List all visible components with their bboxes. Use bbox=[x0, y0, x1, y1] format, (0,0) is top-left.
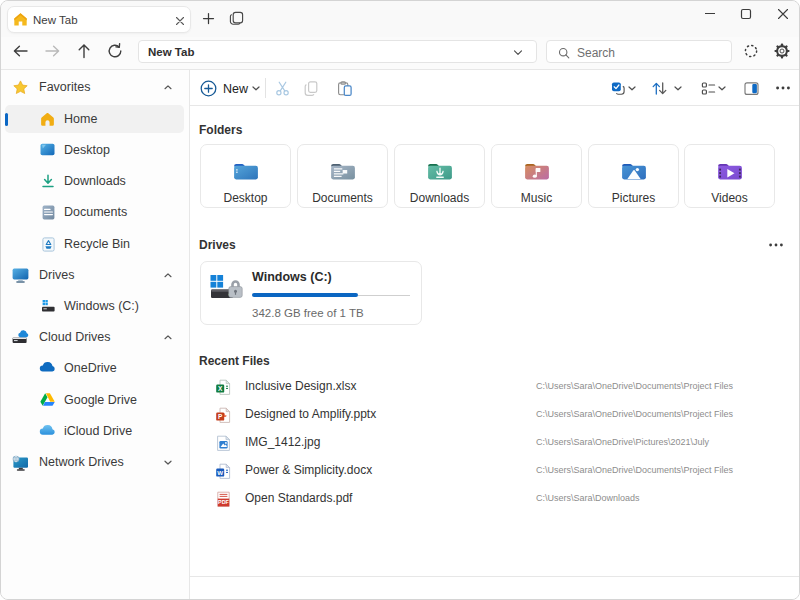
svg-text:X: X bbox=[218, 385, 223, 392]
svg-text:PDF: PDF bbox=[218, 499, 229, 505]
svg-text:W: W bbox=[217, 469, 223, 476]
svg-text:P: P bbox=[218, 413, 223, 420]
